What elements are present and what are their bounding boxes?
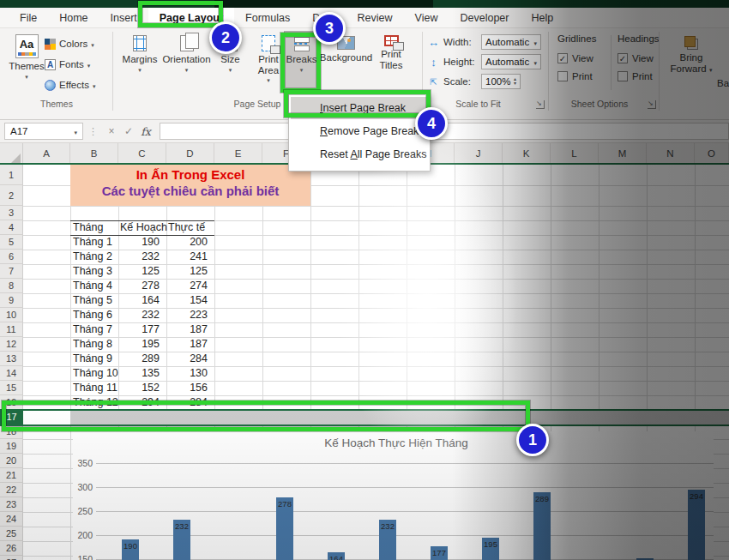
tab-review[interactable]: Review — [346, 8, 404, 27]
print-titles-button[interactable]: Print Titles — [372, 31, 410, 98]
cell-thuc-te[interactable]: 156 — [166, 381, 208, 395]
row-header-24[interactable]: 24 — [0, 512, 23, 527]
gridlines-view-checkbox-row[interactable]: ✓ View — [557, 49, 607, 67]
cell-ke-hoach[interactable]: 152 — [118, 381, 160, 395]
tab-file[interactable]: File — [9, 8, 48, 27]
sheet-title-banner[interactable]: In Ấn Trong Excel Các tuyệt chiêu cần ph… — [70, 165, 310, 206]
row-header-17[interactable]: 17 — [0, 410, 23, 425]
cell-month[interactable]: Tháng 1 — [73, 235, 117, 250]
scale-to-fit-dialog-launcher-icon[interactable] — [536, 100, 545, 109]
row-header-16[interactable]: 16 — [0, 395, 23, 410]
column-header-a[interactable]: A — [23, 143, 70, 165]
tab-home[interactable]: Home — [48, 8, 99, 27]
orientation-button[interactable]: Orientation▾ — [163, 31, 210, 98]
margins-button[interactable]: Margins▾ — [118, 31, 161, 98]
cell-thuc-te[interactable]: 223 — [166, 308, 208, 322]
row-header-9[interactable]: 9 — [0, 293, 23, 308]
menu-item-reset-all-page-breaks[interactable]: Reset All Page Breaks — [291, 143, 428, 166]
cell-month[interactable]: Tháng 12 — [73, 395, 117, 410]
headings-print-checkbox-row[interactable]: Print — [618, 67, 667, 85]
row-header-10[interactable]: 10 — [0, 308, 23, 322]
chart-area[interactable]: Kế Hoạch Thực Hiện Tháng 350300250200150… — [73, 431, 714, 560]
cell-month[interactable]: Tháng 8 — [73, 337, 117, 352]
cell-month[interactable]: Tháng 10 — [73, 366, 117, 381]
row-header-23[interactable]: 23 — [0, 497, 23, 512]
row-header-19[interactable]: 19 — [0, 439, 23, 454]
row-header-20[interactable]: 20 — [0, 454, 23, 468]
width-select[interactable]: Automatic ▾ — [481, 34, 541, 50]
cell-thuc-te[interactable]: 274 — [166, 279, 208, 293]
row-header-4[interactable]: 4 — [0, 220, 23, 235]
print-area-button[interactable]: Print Area▾ — [250, 31, 286, 98]
cell-ke-hoach[interactable]: 195 — [118, 337, 160, 352]
menu-item-insert-page-break[interactable]: Insert Page Break — [291, 97, 428, 119]
tab-developer[interactable]: Developer — [449, 8, 520, 27]
themes-button[interactable]: Aa Themes ▾ — [7, 31, 46, 96]
tab-formulas[interactable]: Formulas — [234, 8, 301, 27]
column-header-m[interactable]: M — [599, 143, 647, 165]
column-header-b[interactable]: B — [70, 143, 118, 165]
cell-ke-hoach[interactable]: 289 — [118, 352, 160, 366]
table-header-ke-hoach[interactable]: Kế Hoạch — [120, 220, 165, 235]
checkbox-unchecked-icon[interactable] — [618, 71, 628, 81]
menu-item-remove-page-break[interactable]: Remove Page Break — [291, 120, 428, 142]
cell-thuc-te[interactable]: 241 — [166, 250, 208, 264]
row-header-25[interactable]: 25 — [0, 527, 23, 541]
effects-button[interactable]: Effects ▾ — [45, 76, 115, 93]
height-select[interactable]: Automatic ▾ — [481, 54, 541, 69]
cell-month[interactable]: Tháng 5 — [73, 293, 117, 308]
row-header-8[interactable]: 8 — [0, 279, 23, 293]
table-header-thuc-te[interactable]: Thực tế — [168, 220, 209, 235]
cancel-icon[interactable]: × — [103, 125, 120, 137]
cell-ke-hoach[interactable]: 294 — [118, 395, 160, 410]
colors-button[interactable]: Colors ▾ — [45, 35, 115, 52]
back-button-partial-label[interactable]: Ba — [717, 78, 729, 88]
cell-thuc-te[interactable]: 154 — [166, 293, 208, 308]
gridlines-print-checkbox-row[interactable]: Print — [557, 67, 607, 85]
row-header-7[interactable]: 7 — [0, 264, 23, 279]
cell-ke-hoach[interactable]: 164 — [118, 293, 160, 308]
cell-ke-hoach[interactable]: 125 — [118, 264, 160, 279]
cell-thuc-te[interactable]: 125 — [166, 264, 208, 279]
enter-icon[interactable]: ✓ — [120, 125, 137, 137]
cell-thuc-te[interactable]: 284 — [166, 352, 208, 366]
row-header-3[interactable]: 3 — [0, 206, 23, 220]
cell-ke-hoach[interactable]: 232 — [118, 308, 160, 322]
row-header-5[interactable]: 5 — [0, 235, 23, 250]
cell-month[interactable]: Tháng 11 — [73, 381, 117, 395]
column-header-e[interactable]: E — [214, 143, 262, 165]
column-header-d[interactable]: D — [166, 143, 214, 165]
cell-month[interactable]: Tháng 2 — [73, 250, 117, 264]
cell-thuc-te[interactable]: 284 — [166, 395, 208, 410]
cell-thuc-te[interactable]: 200 — [166, 235, 208, 250]
insert-function-icon[interactable]: fx — [137, 125, 154, 138]
row-header-27[interactable]: 27 — [0, 556, 23, 560]
bring-forward-button[interactable]: Bring Forward ▾ — [669, 31, 714, 96]
cell-thuc-te[interactable]: 187 — [166, 337, 208, 352]
cell-month[interactable]: Tháng 7 — [73, 322, 117, 337]
table-header-thang[interactable]: Tháng — [73, 220, 116, 235]
column-header-c[interactable]: C — [118, 143, 166, 165]
sheet-options-dialog-launcher-icon[interactable] — [648, 100, 656, 109]
cell-thuc-te[interactable]: 187 — [166, 322, 208, 337]
column-header-k[interactable]: K — [503, 143, 551, 165]
fonts-button[interactable]: A Fonts ▾ — [45, 56, 115, 73]
checkbox-checked-icon[interactable]: ✓ — [618, 53, 628, 63]
row-header-11[interactable]: 11 — [0, 322, 23, 337]
checkbox-checked-icon[interactable]: ✓ — [557, 53, 568, 63]
name-box[interactable]: A17 ▾ — [4, 123, 83, 140]
row-header-15[interactable]: 15 — [0, 381, 23, 395]
tab-view[interactable]: View — [404, 8, 449, 27]
cell-ke-hoach[interactable]: 190 — [118, 235, 160, 250]
cell-ke-hoach[interactable]: 232 — [118, 250, 160, 264]
cell-ke-hoach[interactable]: 135 — [118, 366, 160, 381]
row-header-13[interactable]: 13 — [0, 352, 23, 366]
cell-thuc-te[interactable]: 130 — [166, 366, 208, 381]
column-header-n[interactable]: N — [647, 143, 695, 165]
cell-month[interactable]: Tháng 3 — [73, 264, 117, 279]
cell-ke-hoach[interactable]: 177 — [118, 322, 160, 337]
row-header-21[interactable]: 21 — [0, 468, 23, 483]
row-header-22[interactable]: 22 — [0, 483, 23, 497]
tab-insert[interactable]: Insert — [99, 8, 148, 27]
tab-help[interactable]: Help — [520, 8, 564, 27]
